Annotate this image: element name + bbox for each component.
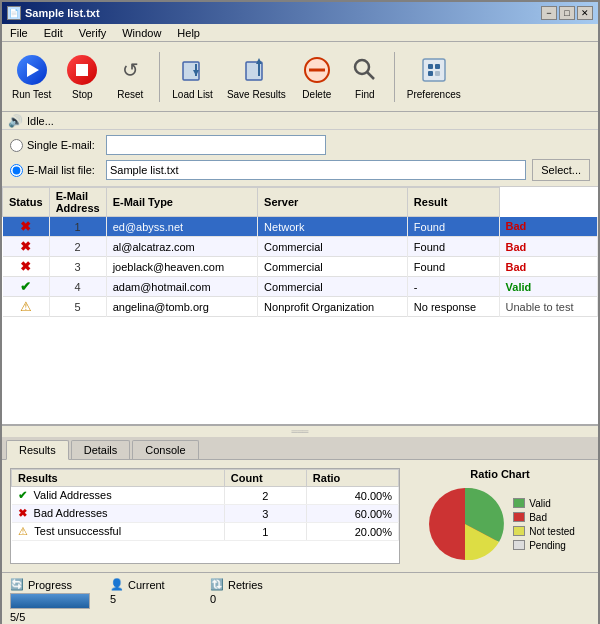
progress-bar-fill [11, 594, 89, 608]
status-text: Idle... [27, 115, 54, 127]
legend-not-tested: Not tested [513, 526, 575, 537]
stop-button[interactable]: Stop [61, 51, 103, 102]
table-row[interactable]: ✖ 1 ed@abyss.net Network Found Bad [3, 217, 598, 237]
preferences-button[interactable]: Preferences [403, 51, 465, 102]
type-cell: Commercial [258, 237, 408, 257]
run-icon [17, 55, 47, 85]
num-cell: 4 [49, 277, 106, 297]
results-col-count: Count [224, 470, 306, 487]
menu-verify[interactable]: Verify [75, 26, 111, 40]
result-cell: Bad [499, 257, 597, 277]
delete-button[interactable]: Delete [296, 51, 338, 102]
tab-console[interactable]: Console [132, 440, 198, 459]
load-list-button[interactable]: Load List [168, 51, 217, 102]
find-button[interactable]: Find [344, 51, 386, 102]
delete-icon [302, 55, 332, 85]
server-cell: No response [407, 297, 499, 317]
single-email-label[interactable]: Single E-mail: [10, 139, 100, 152]
menu-file[interactable]: File [6, 26, 32, 40]
reset-button[interactable]: ↺ Reset [109, 51, 151, 102]
tab-details[interactable]: Details [71, 440, 131, 459]
email-list-label[interactable]: E-Mail list file: [10, 164, 100, 177]
minimize-button[interactable]: − [541, 6, 557, 20]
progress-bar-container [10, 593, 90, 609]
email-cell: adam@hotmail.com [106, 277, 257, 297]
email-table: Status E-Mail Address E-Mail Type Server… [2, 187, 598, 317]
progress-item-progress: 🔄 Progress 5/5 [10, 578, 90, 623]
server-cell: Found [407, 217, 499, 237]
svg-line-9 [367, 72, 374, 79]
table-header-row: Status E-Mail Address E-Mail Type Server… [3, 188, 598, 217]
email-list-input[interactable] [106, 160, 526, 180]
menu-edit[interactable]: Edit [40, 26, 67, 40]
single-email-row: Single E-mail: [10, 135, 590, 155]
chart-container: Valid Bad Not tested Pending [425, 484, 575, 564]
results-box: Results Count Ratio ✔ Valid Addresses 2 [10, 468, 400, 564]
type-cell: Commercial [258, 257, 408, 277]
progress-item-retries: 🔃 Retries 0 [210, 578, 290, 623]
single-email-radio[interactable] [10, 139, 23, 152]
server-cell: Found [407, 257, 499, 277]
delete-label: Delete [302, 89, 331, 100]
close-button[interactable]: ✕ [577, 6, 593, 20]
load-icon [178, 55, 208, 85]
svg-rect-14 [435, 71, 440, 76]
type-cell: Nonprofit Organization [258, 297, 408, 317]
table-row[interactable]: ✖ 3 joeblack@heaven.com Commercial Found… [3, 257, 598, 277]
email-cell: angelina@tomb.org [106, 297, 257, 317]
current-value: 5 [110, 593, 190, 605]
results-row-bad: ✖ Bad Addresses 3 60.00% [12, 505, 399, 523]
status-cell: ✔ [3, 277, 50, 297]
save-icon [241, 55, 271, 85]
col-server: Server [258, 188, 408, 217]
reset-label: Reset [117, 89, 143, 100]
maximize-button[interactable]: □ [559, 6, 575, 20]
retries-label-text: Retries [228, 579, 263, 591]
preferences-icon [419, 55, 449, 85]
table-row[interactable]: ✖ 2 al@alcatraz.com Commercial Found Bad [3, 237, 598, 257]
pie-chart [425, 484, 505, 564]
warn-icon: ⚠ [18, 525, 28, 537]
table-row[interactable]: ✔ 4 adam@hotmail.com Commercial - Valid [3, 277, 598, 297]
col-email: E-Mail Address [49, 188, 106, 217]
tab-results[interactable]: Results [6, 440, 69, 460]
save-results-button[interactable]: Save Results [223, 51, 290, 102]
col-status: Status [3, 188, 50, 217]
menu-window[interactable]: Window [118, 26, 165, 40]
status-cell: ✖ [3, 217, 50, 237]
svg-marker-4 [256, 58, 262, 64]
single-email-input[interactable] [106, 135, 326, 155]
status-x-icon: ✖ [20, 219, 31, 234]
legend-pending-color [513, 540, 525, 550]
type-cell: Network [258, 217, 408, 237]
window-title: Sample list.txt [25, 7, 100, 19]
chart-legend: Valid Bad Not tested Pending [513, 498, 575, 551]
save-results-label: Save Results [227, 89, 286, 100]
legend-valid-color [513, 498, 525, 508]
window-icon: 📄 [7, 6, 21, 20]
retries-icon: 🔃 [210, 578, 224, 591]
svg-rect-12 [435, 64, 440, 69]
find-label: Find [355, 89, 374, 100]
progress-value: 5/5 [10, 611, 90, 623]
legend-bad-color [513, 512, 525, 522]
menu-help[interactable]: Help [173, 26, 204, 40]
retries-value: 0 [210, 593, 290, 605]
email-cell: ed@abyss.net [106, 217, 257, 237]
find-icon [350, 55, 380, 85]
current-icon: 👤 [110, 578, 124, 591]
email-list-radio[interactable] [10, 164, 23, 177]
chart-title: Ratio Chart [470, 468, 529, 480]
run-test-label: Run Test [12, 89, 51, 100]
current-label-text: Current [128, 579, 165, 591]
bad-icon: ✖ [18, 507, 27, 519]
table-row[interactable]: ⚠ 5 angelina@tomb.org Nonprofit Organiza… [3, 297, 598, 317]
result-cell: Bad [499, 217, 597, 237]
run-test-button[interactable]: Run Test [8, 51, 55, 102]
resize-grip[interactable]: ═══ [2, 426, 598, 437]
toolbar-separator-2 [394, 52, 395, 102]
num-cell: 2 [49, 237, 106, 257]
svg-rect-10 [423, 59, 445, 81]
select-button[interactable]: Select... [532, 159, 590, 181]
result-cell: Bad [499, 237, 597, 257]
